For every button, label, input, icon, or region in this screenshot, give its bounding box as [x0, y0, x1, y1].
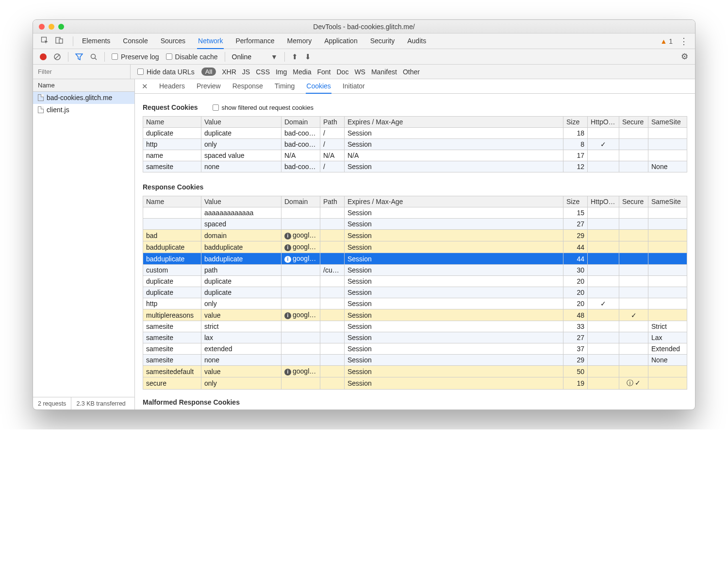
- column-header[interactable]: Domain: [281, 117, 320, 128]
- detail-tab-preview[interactable]: Preview: [196, 79, 221, 94]
- cell: [320, 298, 345, 309]
- cell: [619, 366, 648, 377]
- close-details-icon[interactable]: ✕: [142, 82, 148, 91]
- cookie-row[interactable]: samesitenoneSession29None: [143, 355, 687, 366]
- close-window-button[interactable]: [39, 24, 45, 30]
- detail-tab-headers[interactable]: Headers: [159, 79, 185, 94]
- column-header[interactable]: Expires / Max-Age: [345, 117, 563, 128]
- cookie-row[interactable]: duplicateduplicatebad-coo…/Session18: [143, 128, 687, 139]
- type-filter-ws[interactable]: WS: [354, 68, 365, 76]
- cookie-row[interactable]: namespaced valueN/AN/AN/A17: [143, 150, 687, 161]
- disable-cache-checkbox[interactable]: Disable cache: [166, 53, 218, 61]
- column-header[interactable]: Path: [320, 196, 345, 207]
- cookie-row[interactable]: samesitestrictSession33Strict: [143, 321, 687, 332]
- cell: [619, 332, 648, 343]
- main-tab-performance[interactable]: Performance: [234, 34, 275, 49]
- cookie-row[interactable]: samesiteextendedSession37Extended: [143, 343, 687, 355]
- column-header[interactable]: Size: [563, 196, 588, 207]
- cookie-row[interactable]: baddomainigoogl…Session29: [143, 230, 687, 241]
- column-header[interactable]: SameSite: [648, 196, 687, 207]
- main-tab-application[interactable]: Application: [323, 34, 359, 49]
- request-row[interactable]: client.js: [33, 104, 134, 116]
- column-header[interactable]: Size: [563, 117, 588, 128]
- column-header[interactable]: HttpO…: [588, 117, 619, 128]
- type-filter-manifest[interactable]: Manifest: [371, 68, 397, 76]
- main-tab-console[interactable]: Console: [122, 34, 149, 49]
- type-filter-media[interactable]: Media: [293, 68, 311, 76]
- type-filter-css[interactable]: CSS: [256, 68, 270, 76]
- cookie-row[interactable]: duplicateduplicateSession20: [143, 287, 687, 298]
- cookie-row[interactable]: samesitedefaultvalueigoogl…Session50: [143, 366, 687, 377]
- cell: [588, 219, 619, 230]
- column-header[interactable]: Value: [201, 117, 281, 128]
- cookie-row[interactable]: badduplicatebadduplicateigoogl…Session44: [143, 253, 687, 265]
- main-tab-memory[interactable]: Memory: [286, 34, 313, 49]
- request-cookies-title: Request Cookies: [143, 103, 198, 111]
- main-tab-sources[interactable]: Sources: [160, 34, 186, 49]
- request-name: bad-cookies.glitch.me: [47, 94, 112, 102]
- detail-tab-initiator[interactable]: Initiator: [342, 79, 365, 94]
- cookie-row[interactable]: samesitelaxSession27Lax: [143, 332, 687, 343]
- cookie-row[interactable]: custompath/cu…Session30: [143, 265, 687, 276]
- column-header[interactable]: Domain: [281, 196, 320, 207]
- cookie-row[interactable]: httponlySession20✓: [143, 298, 687, 309]
- hide-data-urls-checkbox[interactable]: Hide data URLs: [137, 68, 195, 76]
- type-filter-font[interactable]: Font: [317, 68, 331, 76]
- preserve-log-checkbox[interactable]: Preserve log: [112, 53, 159, 61]
- type-filter-img[interactable]: Img: [276, 68, 287, 76]
- cookie-row[interactable]: httponlybad-coo…/Session8✓: [143, 139, 687, 150]
- column-header[interactable]: Secure: [619, 117, 648, 128]
- record-button[interactable]: [40, 53, 47, 60]
- column-header[interactable]: SameSite: [648, 117, 687, 128]
- cookie-row[interactable]: aaaaaaaaaaaaaSession15: [143, 207, 687, 219]
- cell: value: [201, 309, 281, 321]
- filter-input[interactable]: [33, 65, 130, 79]
- show-filtered-checkbox[interactable]: show filtered out request cookies: [213, 104, 314, 111]
- column-header[interactable]: Name: [143, 196, 201, 207]
- cookie-row[interactable]: duplicateduplicateSession20: [143, 276, 687, 287]
- cell: Session: [345, 207, 563, 219]
- throttling-select[interactable]: Online▼: [232, 53, 278, 61]
- device-toolbar-icon[interactable]: [55, 36, 63, 46]
- detail-tab-response[interactable]: Response: [232, 79, 264, 94]
- column-header[interactable]: Path: [320, 117, 345, 128]
- column-header[interactable]: Name: [143, 117, 201, 128]
- inspect-element-icon[interactable]: [41, 36, 49, 46]
- cookie-row[interactable]: multiplereasonsvalueigoogl…Session48✓: [143, 309, 687, 321]
- type-filter-js[interactable]: JS: [242, 68, 250, 76]
- cookie-row[interactable]: secureonlySession19ⓘ ✓: [143, 377, 687, 390]
- main-tab-elements[interactable]: Elements: [81, 34, 111, 49]
- clear-button[interactable]: [53, 53, 61, 61]
- cell: [588, 343, 619, 355]
- main-tab-audits[interactable]: Audits: [406, 34, 427, 49]
- cookie-row[interactable]: samesitenonebad-coo…/Session12None: [143, 161, 687, 172]
- zoom-window-button[interactable]: [58, 24, 64, 30]
- sidebar-header-name[interactable]: Name: [33, 79, 134, 92]
- type-filter-other[interactable]: Other: [403, 68, 420, 76]
- search-icon[interactable]: [90, 53, 98, 61]
- cookie-row[interactable]: spacedSession27: [143, 219, 687, 230]
- request-row[interactable]: bad-cookies.glitch.me: [33, 92, 134, 104]
- column-header[interactable]: Value: [201, 196, 281, 207]
- cell: 29: [563, 355, 588, 366]
- cookie-row[interactable]: badduplicatebadduplicateigoogl…Session44: [143, 241, 687, 253]
- detail-tab-cookies[interactable]: Cookies: [306, 79, 331, 94]
- download-har-icon[interactable]: ⬇︎: [305, 52, 311, 61]
- column-header[interactable]: Secure: [619, 196, 648, 207]
- minimize-window-button[interactable]: [49, 24, 54, 30]
- main-tabs-bar: ElementsConsoleSourcesNetworkPerformance…: [33, 34, 695, 49]
- settings-gear-icon[interactable]: ⚙︎: [681, 51, 688, 62]
- detail-tabs: ✕ HeadersPreviewResponseTimingCookiesIni…: [135, 79, 695, 94]
- main-tab-security[interactable]: Security: [369, 34, 396, 49]
- cell: [588, 265, 619, 276]
- type-filter-xhr[interactable]: XHR: [222, 68, 236, 76]
- column-header[interactable]: HttpO…: [588, 196, 619, 207]
- type-filter-all[interactable]: All: [201, 68, 216, 76]
- detail-tab-timing[interactable]: Timing: [274, 79, 296, 94]
- upload-har-icon[interactable]: ⬆︎: [292, 52, 298, 61]
- main-tab-network[interactable]: Network: [197, 34, 224, 49]
- warnings-badge[interactable]: ▲ 1: [660, 37, 673, 45]
- column-header[interactable]: Expires / Max-Age: [345, 196, 563, 207]
- filter-toggle-icon[interactable]: [75, 53, 83, 61]
- type-filter-doc[interactable]: Doc: [336, 68, 348, 76]
